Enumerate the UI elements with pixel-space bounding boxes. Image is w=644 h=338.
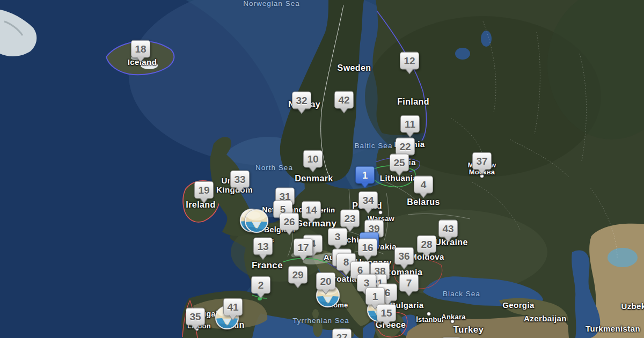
map-cluster-marker[interactable]: 41 xyxy=(223,298,243,316)
map-cluster-marker[interactable]: 11 xyxy=(400,115,420,133)
map-cluster-marker[interactable]: 37 xyxy=(472,152,492,170)
country-label: Georgia xyxy=(502,300,534,310)
map-cluster-marker[interactable]: 43 xyxy=(438,220,458,238)
map-cluster-marker[interactable]: 12 xyxy=(400,52,419,70)
map-cluster-marker[interactable]: 32 xyxy=(292,92,311,109)
webcam-beach-icon[interactable] xyxy=(244,209,269,233)
sea-label: Black Sea xyxy=(443,290,480,298)
city-label: İstanbul xyxy=(416,315,443,324)
city-label: Ankara xyxy=(441,313,465,321)
map-cluster-marker[interactable]: 35 xyxy=(186,308,205,326)
map-cluster-marker[interactable]: 15 xyxy=(377,304,396,322)
map-cluster-marker[interactable]: 16 xyxy=(358,239,377,256)
map-cluster-marker[interactable]: 19 xyxy=(194,181,214,199)
map-cluster-marker[interactable]: 20 xyxy=(316,273,335,290)
map-cluster-marker[interactable]: 29 xyxy=(288,266,308,284)
map-cluster-marker[interactable]: 14 xyxy=(302,201,321,219)
sea-label: Baltic Sea xyxy=(355,142,393,150)
map-cluster-marker[interactable]: 23 xyxy=(340,210,360,227)
map-cluster-marker[interactable]: 26 xyxy=(280,213,299,231)
map-cluster-marker[interactable]: 7 xyxy=(399,274,419,292)
map-cluster-marker[interactable]: 18 xyxy=(131,40,150,58)
map-cluster-marker[interactable]: 13 xyxy=(253,238,273,255)
country-label: Denmark xyxy=(295,174,333,183)
map-cluster-marker-selected[interactable]: 1 xyxy=(355,166,375,184)
country-label: Turkmenistan xyxy=(586,324,640,333)
map-cluster-marker[interactable]: 2 xyxy=(251,276,270,294)
map-cluster-marker[interactable]: 4 xyxy=(414,176,433,194)
map-cluster-marker[interactable]: 22 xyxy=(396,138,415,156)
country-label: France xyxy=(252,260,283,271)
map-cluster-marker[interactable]: 17 xyxy=(294,239,313,256)
map-cluster-marker[interactable]: 36 xyxy=(394,247,414,265)
country-label: Turkey xyxy=(453,325,484,335)
map-cluster-marker[interactable]: 28 xyxy=(417,236,436,253)
map-cluster-marker[interactable]: 34 xyxy=(358,192,378,209)
map-cluster-marker[interactable]: 27 xyxy=(332,329,352,338)
map-cluster-marker[interactable]: 25 xyxy=(390,154,409,172)
map-cluster-marker[interactable]: 1 xyxy=(365,288,385,305)
country-label: Azerbaijan xyxy=(524,314,567,323)
sea-label: North Sea xyxy=(255,164,293,172)
sea-label: Tyrrhenian Sea xyxy=(292,317,349,325)
map-cluster-marker[interactable]: 10 xyxy=(303,150,323,168)
country-label: Finland xyxy=(397,97,429,107)
sea-label: Norwegian Sea xyxy=(243,0,299,8)
map-cluster-marker[interactable]: 3 xyxy=(328,228,347,246)
country-label: Belarus xyxy=(407,197,440,207)
map-cluster-marker[interactable]: 33 xyxy=(230,171,250,188)
country-label: Uzbekistan xyxy=(621,302,644,311)
map-cluster-marker[interactable]: 42 xyxy=(334,91,354,109)
map-canvas[interactable]: Norwegian SeaNorth SeaBaltic SeaBlack Se… xyxy=(0,0,644,338)
country-label: Sweden xyxy=(338,63,371,73)
